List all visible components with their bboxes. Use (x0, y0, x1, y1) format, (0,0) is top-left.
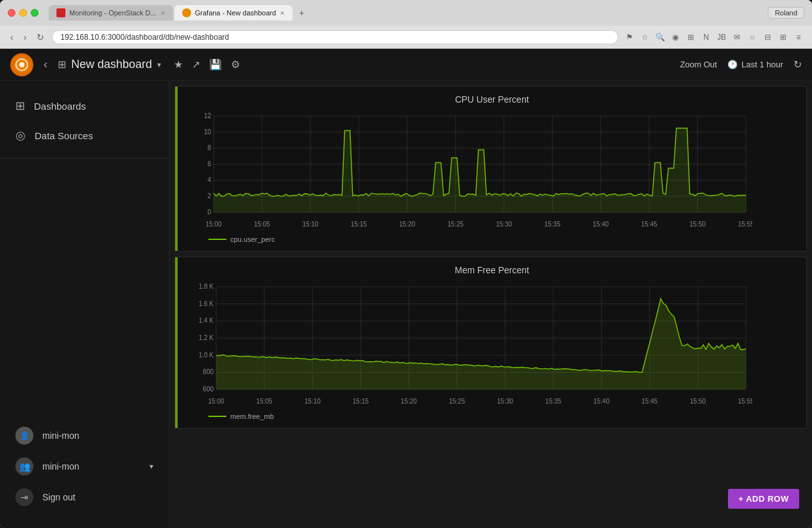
profile-label: mini-mon (42, 430, 80, 441)
mem-panel-accent (175, 257, 178, 428)
extension7-icon[interactable]: ○ (747, 31, 758, 43)
back-button[interactable]: ‹ (8, 31, 16, 44)
extension6-icon[interactable]: ✉ (731, 31, 743, 43)
extension2-icon[interactable]: ◉ (670, 31, 681, 43)
maximize-button[interactable] (31, 9, 38, 17)
tab-monitoring[interactable]: Monitoring - OpenStack D... ✕ (49, 5, 173, 21)
clock-icon: 🕐 (727, 60, 738, 69)
sidebar-signout[interactable]: ⇥ Sign out (0, 482, 169, 513)
dashboards-icon: ⊞ (15, 99, 25, 113)
address-text: 192.168.10.6:3000/dashboard/db/new-dashb… (60, 33, 229, 42)
user-dropdown-icon[interactable]: ▾ (149, 462, 153, 471)
grafana-favicon (182, 8, 191, 17)
dashboard-title: New dashboard (71, 58, 152, 71)
tab-grafana[interactable]: Grafana - New dashboard ✕ (174, 5, 293, 21)
sidebar-user-admin[interactable]: 👥 mini-mon ▾ (0, 451, 169, 482)
time-range-picker[interactable]: 🕐 Last 1 hour (727, 60, 783, 69)
avatar-icon: 👤 (20, 431, 30, 440)
extension5-icon[interactable]: JB (716, 31, 727, 43)
save-icon[interactable]: 💾 (209, 58, 222, 71)
grid-icon[interactable]: ⊞ (777, 31, 789, 43)
time-range-label: Last 1 hour (741, 60, 783, 69)
signout-label: Sign out (42, 492, 75, 502)
extension8-icon[interactable]: ⊟ (762, 31, 774, 43)
add-row-button[interactable]: + ADD ROW (728, 489, 799, 509)
user-avatar: 👤 (15, 427, 33, 445)
browser-tabs: Monitoring - OpenStack D... ✕ Grafana - … (49, 5, 763, 21)
sidebar-user-section: 👤 mini-mon 👥 mini-mon ▾ ⇥ Sign out (0, 415, 169, 518)
mem-chart-container (188, 280, 796, 409)
cpu-panel-title: CPU User Percent (188, 94, 796, 105)
mem-legend-line (208, 416, 226, 417)
zoom-out-button[interactable]: Zoom Out (680, 60, 717, 69)
close-button[interactable] (8, 9, 15, 17)
menu-icon[interactable]: ≡ (793, 31, 804, 43)
star-icon[interactable]: ☆ (639, 31, 650, 43)
sidebar: ⊞ Dashboards ◎ Data Sources 👤 mini-mon (0, 81, 169, 528)
dashboard-dropdown-icon[interactable]: ▾ (157, 60, 161, 69)
grafana-logo-inner (15, 58, 28, 71)
mem-panel-title: Mem Free Percent (188, 265, 796, 275)
tab-monitoring-close[interactable]: ✕ (160, 10, 165, 17)
cpu-chart-container (188, 110, 796, 232)
header-right: Zoom Out 🕐 Last 1 hour ↻ (680, 58, 802, 71)
grafana-app: ‹ ⊞ New dashboard ▾ ★ ↗ 💾 ⚙ Zoom Out 🕐 L… (0, 49, 812, 528)
data-sources-icon: ◎ (15, 128, 26, 142)
admin-label: mini-mon (42, 461, 80, 472)
cpu-legend-label: cpu.user_perc (230, 235, 275, 243)
sidebar-item-data-sources[interactable]: ◎ Data Sources (0, 121, 169, 150)
tab-monitoring-label: Monitoring - OpenStack D... (69, 9, 156, 17)
traffic-lights (8, 9, 38, 17)
forward-button[interactable]: › (21, 31, 30, 44)
reload-button[interactable]: ↻ (34, 31, 47, 44)
admin-icon: 👥 (15, 457, 33, 475)
grafana-main: ⊞ Dashboards ◎ Data Sources 👤 mini-mon (0, 81, 812, 528)
sidebar-data-sources-label: Data Sources (35, 130, 93, 141)
extension3-icon[interactable]: ⊞ (685, 31, 697, 43)
sidebar-user-profile[interactable]: 👤 mini-mon (0, 420, 169, 451)
sidebar-divider (0, 158, 169, 158)
sidebar-toggle[interactable]: ‹ (41, 55, 50, 74)
extension4-icon[interactable]: N (700, 31, 712, 43)
new-tab-button[interactable]: + (294, 5, 309, 21)
browser-actions: ⚑ ☆ 🔍 ◉ ⊞ N JB ✉ ○ ⊟ ⊞ ≡ (623, 31, 804, 43)
settings-icon[interactable]: ⚙ (231, 58, 240, 71)
star-dashboard-icon[interactable]: ★ (174, 58, 183, 71)
dashboard-content: CPU User Percent cpu.user_perc (169, 81, 812, 528)
cpu-chart-canvas (188, 110, 752, 232)
mem-chart-canvas (188, 280, 752, 409)
browser-window: Monitoring - OpenStack D... ✕ Grafana - … (0, 0, 812, 528)
share-icon[interactable]: ↗ (192, 58, 200, 71)
cpu-panel-inner: CPU User Percent cpu.user_perc (175, 87, 806, 251)
minimize-button[interactable] (19, 9, 27, 17)
tab-grafana-label: Grafana - New dashboard (195, 9, 276, 17)
browser-toolbar: ‹ › ↻ 192.168.10.6:3000/dashboard/db/new… (0, 26, 812, 49)
address-bar[interactable]: 192.168.10.6:3000/dashboard/db/new-dashb… (52, 30, 618, 44)
bookmark-icon[interactable]: ⚑ (623, 31, 635, 43)
cpu-panel: CPU User Percent cpu.user_perc (174, 86, 807, 251)
browser-titlebar: Monitoring - OpenStack D... ✕ Grafana - … (0, 0, 812, 26)
dashboard-title-area: ⊞ New dashboard ▾ (58, 58, 161, 71)
refresh-button[interactable]: ↻ (793, 58, 802, 71)
sidebar-dashboards-label: Dashboards (34, 101, 86, 112)
mem-legend-label: mem.free_mb (230, 413, 274, 420)
cpu-legend-line (208, 239, 226, 240)
dashboard-grid-icon: ⊞ (58, 58, 66, 71)
monitoring-favicon (56, 8, 65, 17)
grafana-header: ‹ ⊞ New dashboard ▾ ★ ↗ 💾 ⚙ Zoom Out 🕐 L… (0, 49, 812, 81)
signout-icon: ⇥ (15, 488, 33, 506)
browser-user: Roland (768, 7, 804, 19)
mem-panel-inner: Mem Free Percent mem.free_mb (175, 257, 806, 428)
header-actions: ★ ↗ 💾 ⚙ (174, 58, 240, 71)
extension-icon[interactable]: 🔍 (654, 31, 666, 43)
sidebar-item-dashboards[interactable]: ⊞ Dashboards (0, 91, 169, 121)
cpu-panel-accent (175, 87, 178, 251)
mem-panel: Mem Free Percent mem.free_mb (174, 257, 807, 429)
tab-grafana-close[interactable]: ✕ (280, 10, 285, 17)
grafana-logo[interactable] (10, 53, 33, 76)
